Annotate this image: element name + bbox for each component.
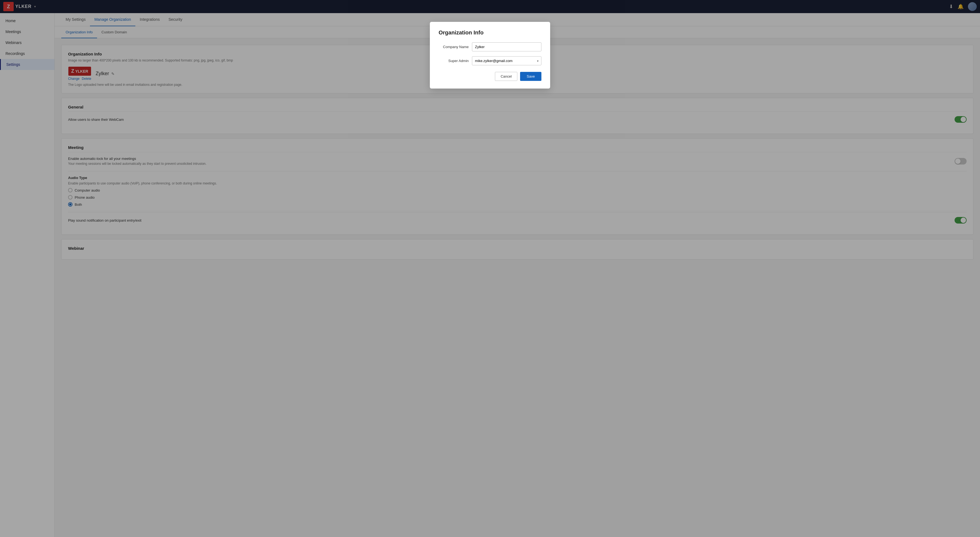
save-button[interactable]: Save <box>520 72 541 81</box>
company-name-label: Company Name <box>439 45 469 49</box>
org-info-modal: Organization Info Company Name Super Adm… <box>430 22 550 89</box>
modal-overlay: Organization Info Company Name Super Adm… <box>0 0 980 537</box>
cancel-button[interactable]: Cancel <box>495 72 517 81</box>
super-admin-label: Super Admin <box>439 59 469 63</box>
super-admin-row: Super Admin mike.zylker@gmail.com ▾ <box>439 56 541 65</box>
company-name-row: Company Name <box>439 42 541 51</box>
super-admin-select-wrapper: mike.zylker@gmail.com ▾ <box>472 56 541 65</box>
company-name-input[interactable] <box>472 42 541 51</box>
modal-actions: Cancel Save <box>439 72 541 81</box>
super-admin-select[interactable]: mike.zylker@gmail.com <box>472 56 541 65</box>
modal-title: Organization Info <box>439 30 541 36</box>
